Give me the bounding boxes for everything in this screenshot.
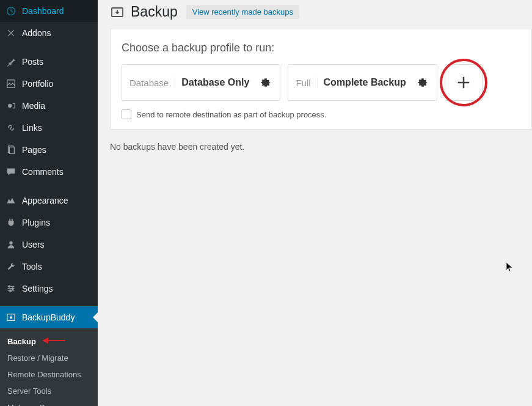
svg-rect-4 <box>9 147 14 154</box>
main-content: Backup View recently made backups Choose… <box>98 0 532 406</box>
submenu-item-server-tools[interactable]: Server Tools <box>0 383 98 399</box>
svg-marker-11 <box>42 338 48 344</box>
sidebar-item-users[interactable]: Users <box>0 234 98 256</box>
svg-point-2 <box>8 104 12 108</box>
sidebar-item-label: Media <box>22 101 45 111</box>
sidebar-item-addons[interactable]: Addons <box>0 22 98 44</box>
backupbuddy-icon <box>5 311 17 323</box>
page-header: Backup View recently made backups <box>110 4 532 20</box>
sidebar-item-portfolio[interactable]: Portfolio <box>0 73 98 95</box>
sidebar-item-label: Settings <box>22 284 53 293</box>
media-icon <box>5 100 17 112</box>
pin-icon <box>5 56 17 68</box>
gear-icon <box>417 76 429 89</box>
sidebar-item-links[interactable]: Links <box>0 117 98 139</box>
svg-point-7 <box>12 288 13 290</box>
svg-point-5 <box>9 242 12 245</box>
profile-type-label: Database <box>129 78 175 88</box>
backup-profile-panel: Choose a backup profile to run: Database… <box>110 29 532 130</box>
remote-destination-row: Send to remote destination as part of ba… <box>122 109 520 119</box>
page-title: Backup <box>131 4 178 20</box>
sidebar-item-label: Dashboard <box>22 6 64 16</box>
sidebar-item-comments[interactable]: Comments <box>0 161 98 183</box>
annotation-arrow-icon <box>42 337 67 346</box>
panel-heading: Choose a backup profile to run: <box>122 42 520 54</box>
sidebar-item-label: Users <box>22 240 45 249</box>
svg-point-6 <box>9 286 10 287</box>
submenu-label: Backup <box>7 337 36 346</box>
submenu-label: Malware Scan <box>7 403 57 406</box>
pages-icon <box>5 144 17 156</box>
addons-icon <box>5 27 17 39</box>
sidebar-item-label: Comments <box>22 167 64 177</box>
sidebar-item-label: Addons <box>22 28 51 38</box>
sidebar-item-plugins[interactable]: Plugins <box>0 212 98 234</box>
links-icon <box>5 122 17 134</box>
backup-page-icon <box>110 5 125 20</box>
tools-icon <box>5 260 17 273</box>
dashboard-icon <box>5 5 17 17</box>
profile-card-database[interactable]: Database Database Only <box>122 64 280 101</box>
comments-icon <box>5 166 17 178</box>
portfolio-icon <box>5 78 17 90</box>
profile-name-label: Complete Backup <box>324 77 406 88</box>
sidebar-item-media[interactable]: Media <box>0 95 98 117</box>
submenu-item-restore[interactable]: Restore / Migrate <box>0 350 98 366</box>
submenu-label: Server Tools <box>7 386 51 396</box>
profile-type-label: Full <box>296 78 317 88</box>
sidebar-item-label: BackupBuddy <box>22 312 75 322</box>
svg-point-8 <box>10 290 12 292</box>
profile-settings-button[interactable] <box>416 76 429 89</box>
sidebar-item-label: Posts <box>22 57 43 67</box>
view-recent-backups-link[interactable]: View recently made backups <box>186 5 299 19</box>
sidebar-item-label: Tools <box>22 262 42 271</box>
sidebar-item-pages[interactable]: Pages <box>0 139 98 161</box>
remote-destination-checkbox[interactable] <box>122 109 131 119</box>
submenu-item-remote-destinations[interactable]: Remote Destinations <box>0 366 98 383</box>
sidebar-item-label: Pages <box>22 145 46 155</box>
admin-sidebar: Dashboard Addons Posts Portfolio Media <box>0 0 98 406</box>
sidebar-item-label: Plugins <box>22 218 50 227</box>
profile-list: Database Database Only Full Complete Bac… <box>122 64 520 101</box>
submenu-label: Restore / Migrate <box>7 353 68 363</box>
submenu-item-malware-scan[interactable]: Malware Scan <box>0 399 98 406</box>
submenu-label: Remote Destinations <box>7 370 81 379</box>
submenu-item-backup[interactable]: Backup <box>0 333 98 350</box>
sidebar-item-tools[interactable]: Tools <box>0 256 98 278</box>
sidebar-item-settings[interactable]: Settings <box>0 278 98 300</box>
sidebar-item-label: Portfolio <box>22 79 53 89</box>
profile-name-label: Database Only <box>181 77 249 88</box>
appearance-icon <box>5 194 17 207</box>
profile-card-full[interactable]: Full Complete Backup <box>288 64 437 101</box>
plus-icon <box>455 74 472 91</box>
plugins-icon <box>5 216 17 229</box>
profile-settings-button[interactable] <box>259 76 272 89</box>
sidebar-item-backupbuddy[interactable]: BackupBuddy <box>0 306 98 328</box>
add-profile-button[interactable] <box>445 64 483 101</box>
settings-icon <box>5 282 17 295</box>
backupbuddy-submenu: Backup Restore / Migrate Remote Destinat… <box>0 328 98 406</box>
users-icon <box>5 238 17 251</box>
sidebar-item-label: Links <box>22 123 42 133</box>
remote-destination-label: Send to remote destination as part of ba… <box>136 110 326 119</box>
gear-icon <box>260 76 272 89</box>
no-backups-message: No backups have been created yet. <box>110 142 532 152</box>
sidebar-item-appearance[interactable]: Appearance <box>0 190 98 212</box>
sidebar-item-dashboard[interactable]: Dashboard <box>0 0 98 22</box>
sidebar-item-posts[interactable]: Posts <box>0 51 98 73</box>
sidebar-item-label: Appearance <box>22 196 68 205</box>
